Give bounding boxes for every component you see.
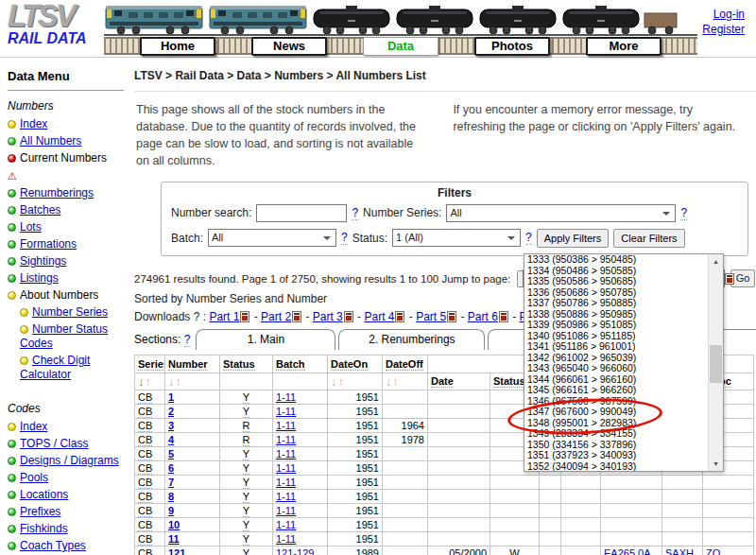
- sidebar-item-label[interactable]: Number Status Codes: [20, 322, 108, 350]
- sidebar-item-label[interactable]: All Numbers: [20, 134, 81, 147]
- cell-cotype[interactable]: SAXH: [662, 546, 703, 555]
- status-select[interactable]: 1 (All): [392, 229, 521, 247]
- batch-help-link[interactable]: ?: [341, 231, 348, 245]
- scroll-down-icon[interactable]: ▼: [709, 457, 723, 471]
- cell-batch[interactable]: 1-11: [273, 489, 328, 503]
- cell-class[interactable]: [561, 517, 601, 531]
- sidebar-item-label[interactable]: Lots: [20, 220, 42, 234]
- sidebar-item-label[interactable]: Coach Types: [20, 539, 86, 552]
- cell-cotype[interactable]: [662, 531, 703, 546]
- cell-class[interactable]: [561, 503, 601, 517]
- batch-select[interactable]: All: [208, 229, 336, 247]
- cell-batch[interactable]: 1-11: [273, 503, 328, 517]
- cell-number[interactable]: 121: [165, 546, 220, 555]
- cell-design[interactable]: [601, 489, 662, 503]
- cell-number[interactable]: 4: [165, 432, 220, 446]
- page-option[interactable]: 1333 (950386 > 950485): [524, 254, 708, 266]
- breadcrumb[interactable]: LTSV > Rail Data > Data > Numbers > All …: [134, 69, 756, 92]
- dateoff-sort-arrows[interactable]: ↓↑: [383, 373, 428, 390]
- sidebar-item-label[interactable]: Renumberings: [20, 186, 94, 199]
- sidebar-item-label[interactable]: Locations: [20, 488, 68, 501]
- col-header-dateon[interactable]: DateOn: [328, 355, 383, 373]
- status-help-link[interactable]: ?: [525, 231, 532, 245]
- cell-batch[interactable]: 1-11: [273, 432, 328, 446]
- sidebar-item-label[interactable]: Sightings: [20, 254, 66, 268]
- cell-batch[interactable]: 1-11: [273, 418, 328, 432]
- download-part-link[interactable]: Part 4: [364, 310, 394, 323]
- cell-batch[interactable]: 1-11: [273, 404, 328, 418]
- cell-number[interactable]: 11: [165, 531, 220, 546]
- pdf-icon[interactable]: [240, 311, 249, 322]
- cell-class[interactable]: [561, 531, 601, 546]
- cell-alloc[interactable]: [703, 517, 754, 531]
- cell-cotype[interactable]: [662, 475, 703, 489]
- cell-number[interactable]: 7: [165, 475, 220, 489]
- pdf-icon[interactable]: [447, 311, 456, 322]
- download-part-link[interactable]: Part 3: [313, 310, 343, 323]
- page-option[interactable]: 1352 (340094 > 340193): [524, 461, 708, 472]
- cell-class[interactable]: [561, 546, 601, 555]
- cell-design[interactable]: EA265.0A: [601, 546, 662, 555]
- download-part-link[interactable]: Part 2: [261, 310, 291, 323]
- number-search-help-link[interactable]: ?: [352, 206, 358, 220]
- pdf-icon[interactable]: [499, 311, 508, 322]
- page-option[interactable]: 1341 (951186 > 961001): [524, 341, 708, 353]
- cell-design[interactable]: [601, 475, 662, 489]
- pdf-icon[interactable]: [395, 311, 404, 322]
- sidebar-item-label[interactable]: Prefixes: [20, 505, 60, 518]
- pdf-icon[interactable]: [292, 311, 301, 322]
- cell-batch[interactable]: 1-11: [273, 517, 328, 531]
- cell-batch[interactable]: 1-11: [273, 390, 328, 404]
- apply-filters-button[interactable]: Apply Filters: [537, 229, 610, 248]
- cell-design[interactable]: [601, 531, 662, 546]
- cell-number[interactable]: 1: [165, 390, 220, 404]
- number-series-help-link[interactable]: ?: [680, 206, 687, 220]
- number-search-input[interactable]: [256, 204, 347, 222]
- col-header-status[interactable]: Status: [220, 355, 273, 373]
- cell-batch[interactable]: 1-11: [273, 531, 328, 546]
- section-tab[interactable]: 1. Main: [196, 329, 335, 350]
- sidebar-item-label[interactable]: Check Digit Calculator: [20, 354, 90, 381]
- page-option[interactable]: 1337 (950786 > 950885): [524, 298, 708, 309]
- sidebar-item-label[interactable]: Listings: [20, 271, 59, 285]
- cell-alloc[interactable]: [703, 489, 754, 503]
- sidebar-item-label[interactable]: TOPS / Class: [20, 437, 88, 450]
- cell-class[interactable]: [561, 475, 601, 489]
- page-option[interactable]: 1351 (337923 > 340093): [524, 450, 708, 461]
- register-link[interactable]: Register: [702, 22, 745, 37]
- page-option[interactable]: 1349 (283334 > 334155): [524, 428, 708, 440]
- sections-help-link[interactable]: ?: [184, 333, 191, 347]
- cell-cotype[interactable]: [662, 503, 703, 517]
- number-series-select[interactable]: All: [446, 204, 676, 222]
- cell-number[interactable]: 9: [165, 503, 220, 517]
- cell-cotype[interactable]: [662, 517, 703, 531]
- page-option[interactable]: 1345 (966161 > 966260): [524, 385, 708, 396]
- col-header-series[interactable]: Series: [135, 355, 165, 373]
- page-option[interactable]: 1343 (965040 > 966060): [524, 363, 708, 374]
- scrollbar-thumb[interactable]: [710, 345, 722, 383]
- dropdown-scrollbar[interactable]: ▲ ▼: [708, 254, 723, 471]
- cell-batch[interactable]: 1-11: [273, 446, 328, 460]
- sidebar-item-label[interactable]: Pools: [20, 471, 48, 484]
- sidebar-item-label[interactable]: Index: [20, 117, 47, 130]
- site-logo[interactable]: LTSV RAIL DATA: [8, 2, 112, 47]
- col-header-batch[interactable]: Batch: [273, 355, 328, 373]
- nav-button[interactable]: Data: [363, 37, 438, 56]
- page-option[interactable]: 1339 (950986 > 951085): [524, 320, 708, 331]
- clear-filters-button[interactable]: Clear Filters: [613, 229, 684, 248]
- nav-button[interactable]: Photos: [474, 37, 550, 56]
- pdf-icon[interactable]: [344, 311, 353, 322]
- download-part-link[interactable]: Part 6: [468, 310, 498, 323]
- page-option[interactable]: 1347 (967600 > 990049): [524, 407, 708, 418]
- number-sort-arrows[interactable]: ↓↑: [165, 373, 220, 390]
- cell-alloc[interactable]: ZQ: [703, 546, 754, 555]
- sidebar-item-label[interactable]: Number Series: [32, 305, 108, 319]
- cell-class[interactable]: [561, 489, 601, 503]
- section-tab[interactable]: 2. Renumberings: [338, 329, 485, 350]
- cell-batch[interactable]: 1-11: [273, 475, 328, 489]
- nav-button[interactable]: More: [586, 37, 662, 56]
- series-sort-arrows[interactable]: ↓↑: [135, 373, 165, 390]
- dateon-sort-arrows[interactable]: ↓↑: [328, 373, 383, 390]
- cell-cotype[interactable]: [662, 489, 703, 503]
- download-part-link[interactable]: Part 1: [209, 310, 239, 323]
